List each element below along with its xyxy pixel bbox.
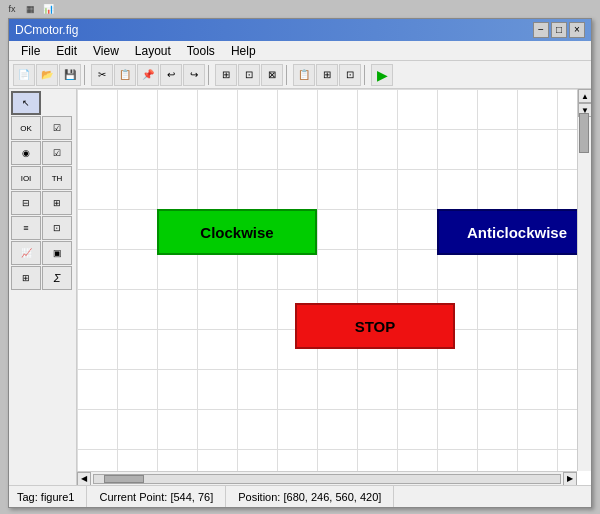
sidebar-row-2: OK ☑	[11, 116, 74, 140]
sidebar-frame-tool[interactable]: ⊞	[42, 191, 72, 215]
sidebar-row-1: ↖	[11, 91, 74, 115]
toolbar: 📄 📂 💾 ✂ 📋 📌 ↩ ↪ ⊞ ⊡ ⊠ 📋 ⊞ ⊡ ▶	[9, 61, 591, 89]
scroll-up-arrow[interactable]: ▲	[578, 89, 591, 103]
sidebar-check2-tool[interactable]: ☑	[42, 141, 72, 165]
anticlockwise-label: Anticlockwise	[467, 224, 567, 241]
menu-bar: File Edit View Layout Tools Help	[9, 41, 591, 61]
clockwise-button[interactable]: Clockwise	[157, 209, 317, 255]
title-bar: DCmotor.fig − □ ×	[9, 19, 591, 41]
menu-file[interactable]: File	[13, 42, 48, 60]
toolbar-run-btn[interactable]: ▶	[371, 64, 393, 86]
taskbar-table-icon[interactable]: ▦	[22, 2, 38, 16]
horizontal-scrollbar[interactable]: ◀ ▶	[77, 471, 577, 485]
toolbar-new-btn[interactable]: 📄	[13, 64, 35, 86]
menu-tools[interactable]: Tools	[179, 42, 223, 60]
sidebar-edit-tool[interactable]: IOI	[11, 166, 41, 190]
minimize-button[interactable]: −	[533, 22, 549, 38]
grid-canvas[interactable]: Clockwise Anticlockwise STOP	[77, 89, 577, 471]
menu-help[interactable]: Help	[223, 42, 264, 60]
toolbar-copy-btn[interactable]: 📋	[114, 64, 136, 86]
taskbar: fx ▦ 📊	[0, 0, 600, 18]
toolbar-copy2-btn[interactable]: 📋	[293, 64, 315, 86]
toolbar-prop-btn[interactable]: ⊞	[316, 64, 338, 86]
sidebar-row-5: ⊟ ⊞	[11, 191, 74, 215]
toolbar-grid-btn[interactable]: ⊞	[215, 64, 237, 86]
sidebar-popup-tool[interactable]: ⊡	[42, 216, 72, 240]
sidebar-list-tool[interactable]: ≡	[11, 216, 41, 240]
close-button[interactable]: ×	[569, 22, 585, 38]
toolbar-opts-btn[interactable]: ⊡	[339, 64, 361, 86]
window-title: DCmotor.fig	[15, 23, 533, 37]
taskbar-fx-icon[interactable]: fx	[4, 2, 20, 16]
sidebar-radio-tool[interactable]: ◉	[11, 141, 41, 165]
separator-4	[364, 65, 368, 85]
scroll-right-arrow[interactable]: ▶	[563, 472, 577, 486]
toolbar-align-btn[interactable]: ⊡	[238, 64, 260, 86]
separator-2	[208, 65, 212, 85]
sidebar-select-tool[interactable]: ↖	[11, 91, 41, 115]
sidebar: ↖ OK ☑ ◉ ☑ IOI TH ⊟ ⊞ ≡ ⊡ 📈	[9, 89, 77, 485]
toolbar-snap-btn[interactable]: ⊠	[261, 64, 283, 86]
toolbar-redo-btn[interactable]: ↪	[183, 64, 205, 86]
clockwise-label: Clockwise	[200, 224, 273, 241]
sidebar-row-8: ⊞ Σ	[11, 266, 74, 290]
toolbar-save-btn[interactable]: 💾	[59, 64, 81, 86]
sidebar-text-tool[interactable]: TH	[42, 166, 72, 190]
sidebar-axes-tool[interactable]: 📈	[11, 241, 41, 265]
taskbar-chart-icon[interactable]: 📊	[40, 2, 56, 16]
sidebar-pushbtn-tool[interactable]: OK	[11, 116, 41, 140]
stop-button[interactable]: STOP	[295, 303, 455, 349]
toolbar-paste-btn[interactable]: 📌	[137, 64, 159, 86]
scroll-x-thumb[interactable]	[104, 475, 144, 483]
menu-layout[interactable]: Layout	[127, 42, 179, 60]
sidebar-sigma-tool[interactable]: Σ	[42, 266, 72, 290]
status-tag: Tag: figure1	[17, 486, 87, 507]
anticlockwise-button[interactable]: Anticlockwise	[437, 209, 591, 255]
main-window: DCmotor.fig − □ × File Edit View Layout …	[8, 18, 592, 508]
separator-3	[286, 65, 290, 85]
menu-edit[interactable]: Edit	[48, 42, 85, 60]
sidebar-row-6: ≡ ⊡	[11, 216, 74, 240]
status-bar: Tag: figure1 Current Point: [544, 76] Po…	[9, 485, 591, 507]
sidebar-row-3: ◉ ☑	[11, 141, 74, 165]
status-current-point: Current Point: [544, 76]	[87, 486, 226, 507]
sidebar-panel-tool[interactable]: ▣	[42, 241, 72, 265]
scroll-left-arrow[interactable]: ◀	[77, 472, 91, 486]
status-position: Position: [680, 246, 560, 420]	[226, 486, 394, 507]
sidebar-row-4: IOI TH	[11, 166, 74, 190]
vertical-scrollbar[interactable]: ▲ ▼	[577, 89, 591, 471]
main-area: ↖ OK ☑ ◉ ☑ IOI TH ⊟ ⊞ ≡ ⊡ 📈	[9, 89, 591, 485]
sidebar-table-tool[interactable]: ⊞	[11, 266, 41, 290]
toolbar-open-btn[interactable]: 📂	[36, 64, 58, 86]
maximize-button[interactable]: □	[551, 22, 567, 38]
sidebar-slider-tool[interactable]: ⊟	[11, 191, 41, 215]
scroll-y-thumb[interactable]	[579, 113, 589, 153]
scroll-x-track[interactable]	[93, 474, 561, 484]
sidebar-check-tool[interactable]: ☑	[42, 116, 72, 140]
sidebar-row-7: 📈 ▣	[11, 241, 74, 265]
stop-label: STOP	[355, 318, 396, 335]
canvas-wrapper: Clockwise Anticlockwise STOP ◀ ▶	[77, 89, 591, 485]
menu-view[interactable]: View	[85, 42, 127, 60]
separator-1	[84, 65, 88, 85]
toolbar-cut-btn[interactable]: ✂	[91, 64, 113, 86]
toolbar-undo-btn[interactable]: ↩	[160, 64, 182, 86]
window-controls: − □ ×	[533, 22, 585, 38]
